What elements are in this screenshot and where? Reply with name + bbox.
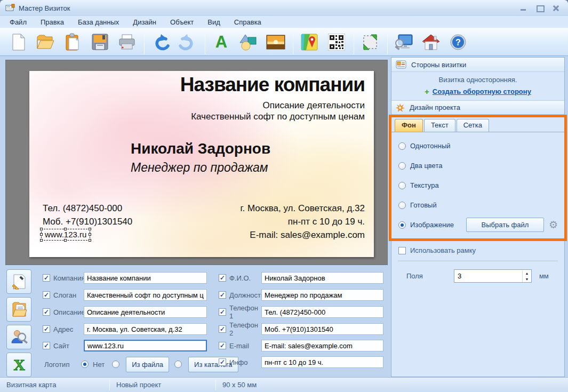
gear-icon[interactable]: ⚙ xyxy=(549,220,558,230)
use-frame-checkbox[interactable] xyxy=(398,247,406,254)
card-email-text[interactable]: E-mail: sales@example.com xyxy=(250,230,365,241)
selection-handle[interactable] xyxy=(89,233,91,236)
company-input[interactable] xyxy=(84,272,207,284)
card-person-text[interactable]: Николай Задорнов xyxy=(131,140,270,157)
create-back-side-link[interactable]: Создать оборотную сторону xyxy=(433,87,531,95)
selection-handle[interactable] xyxy=(64,239,67,242)
tab-background[interactable]: Фон xyxy=(395,119,423,132)
selection-handle[interactable] xyxy=(40,233,43,236)
add-qr-button[interactable] xyxy=(325,30,348,54)
redo-button[interactable] xyxy=(176,30,199,54)
card-position-text[interactable]: Менеджер по продажам xyxy=(131,161,268,175)
menu-database[interactable]: База данных xyxy=(78,18,119,26)
logo-from-file-button[interactable]: Из файла xyxy=(126,357,169,372)
card-mobile-text[interactable]: Моб. +7(910)1301540 xyxy=(43,217,132,227)
logo-from-file-radio[interactable] xyxy=(112,361,119,368)
design-canvas[interactable]: Название компании Описание деятельности … xyxy=(5,60,388,265)
selection-handle[interactable] xyxy=(40,228,43,230)
print-button[interactable] xyxy=(115,30,139,54)
address-checkbox[interactable]: ✓ xyxy=(43,325,50,333)
spin-up-icon[interactable]: ▲ xyxy=(523,270,531,276)
close-button[interactable] xyxy=(552,5,559,11)
fullname-checkbox[interactable]: ✓ xyxy=(219,274,226,282)
radio-image[interactable] xyxy=(398,221,406,229)
card-sides-title: Стороны визитки xyxy=(411,61,466,69)
paste-button[interactable] xyxy=(61,30,84,54)
description-checkbox[interactable]: ✓ xyxy=(43,308,50,316)
info-checkbox[interactable]: ✓ xyxy=(219,358,226,366)
email-checkbox[interactable]: ✓ xyxy=(219,342,226,349)
radio-two-colors[interactable] xyxy=(398,162,406,170)
card-description-text[interactable]: Описание деятельности xyxy=(263,100,365,111)
selection-handle[interactable] xyxy=(89,239,91,242)
export-excel-button[interactable]: X xyxy=(6,353,31,377)
menu-design[interactable]: Дизайн xyxy=(133,18,156,26)
radio-solid-color[interactable] xyxy=(398,142,406,150)
status-doc-type: Визитная карта xyxy=(0,381,109,389)
menu-view[interactable]: Вид xyxy=(207,18,220,26)
tab-grid[interactable]: Сетка xyxy=(457,119,489,132)
company-checkbox[interactable]: ✓ xyxy=(43,274,50,282)
card-company-text[interactable]: Название компании xyxy=(180,74,365,96)
radio-texture[interactable] xyxy=(398,182,406,189)
toolbar-separator xyxy=(144,30,145,54)
card-address-text[interactable]: г. Москва, ул. Советская, д.32 xyxy=(240,203,365,214)
open-button[interactable] xyxy=(34,30,57,54)
selection-handle[interactable] xyxy=(64,228,67,230)
help-button[interactable]: ? xyxy=(446,30,470,54)
site-checkbox[interactable]: ✓ xyxy=(43,342,50,349)
logo-none-radio[interactable] xyxy=(81,361,89,368)
add-map-button[interactable] xyxy=(298,30,321,54)
use-frame-label: Использовать рамку xyxy=(410,246,476,254)
maximize-button[interactable] xyxy=(536,5,543,11)
minimize-button[interactable] xyxy=(520,5,527,11)
phone2-checkbox[interactable]: ✓ xyxy=(219,325,226,333)
description-input[interactable] xyxy=(84,306,207,318)
fullname-input[interactable] xyxy=(261,272,383,284)
add-image-button[interactable] xyxy=(264,30,287,54)
slogan-checkbox[interactable]: ✓ xyxy=(43,291,50,299)
email-input[interactable] xyxy=(261,340,383,351)
menu-help[interactable]: Справка xyxy=(234,18,261,26)
edit-data-button[interactable] xyxy=(6,269,31,294)
status-bar: Визитная карта Новый проект 90 x 50 мм xyxy=(0,377,568,392)
search-contact-button[interactable] xyxy=(6,325,31,349)
load-from-file-button[interactable] xyxy=(6,297,31,322)
card-phone-text[interactable]: Тел. (4872)450-000 xyxy=(43,203,122,214)
add-text-button[interactable]: A xyxy=(210,30,233,54)
undo-button[interactable] xyxy=(149,30,172,54)
card-site-text-selected[interactable]: www.123.ru xyxy=(41,229,90,241)
menu-object[interactable]: Объект xyxy=(170,18,194,26)
description-label: Описание xyxy=(53,308,84,316)
tab-text[interactable]: Текст xyxy=(424,119,455,132)
business-card-preview[interactable]: Название компании Описание деятельности … xyxy=(29,71,374,257)
home-button[interactable] xyxy=(419,30,443,54)
selection-handle[interactable] xyxy=(40,239,43,242)
home-icon xyxy=(422,34,440,51)
add-shape-button[interactable] xyxy=(237,30,260,54)
phone2-input[interactable] xyxy=(261,323,383,335)
logo-from-catalog-radio[interactable] xyxy=(174,361,182,368)
address-input[interactable] xyxy=(84,323,207,335)
choose-file-button[interactable]: Выбрать файл xyxy=(466,218,544,232)
preview-button[interactable] xyxy=(392,30,415,54)
background-settings-highlight: Фон Текст Сетка Однотонный Два цвета xyxy=(389,115,567,241)
radio-ready-made[interactable] xyxy=(398,202,406,209)
phone1-checkbox[interactable]: ✓ xyxy=(219,308,226,316)
jobtitle-checkbox[interactable]: ✓ xyxy=(219,291,226,299)
resize-card-button[interactable] xyxy=(358,30,382,54)
menu-file[interactable]: Файл xyxy=(10,18,27,26)
jobtitle-input[interactable] xyxy=(261,289,383,301)
new-document-button[interactable] xyxy=(6,30,30,54)
spin-down-icon[interactable]: ▼ xyxy=(523,276,531,282)
slogan-input[interactable] xyxy=(84,289,207,301)
menu-edit[interactable]: Правка xyxy=(41,18,64,26)
selection-handle[interactable] xyxy=(89,228,91,230)
card-hours-text[interactable]: пн-пт с 10 до 19 ч. xyxy=(288,217,365,227)
info-input[interactable] xyxy=(261,356,383,368)
site-input[interactable] xyxy=(84,340,207,351)
card-slogan-text[interactable]: Качественный софт по доступным ценам xyxy=(191,111,365,122)
margins-input[interactable] xyxy=(454,272,514,280)
save-button[interactable] xyxy=(88,30,111,54)
phone1-input[interactable] xyxy=(261,306,383,318)
